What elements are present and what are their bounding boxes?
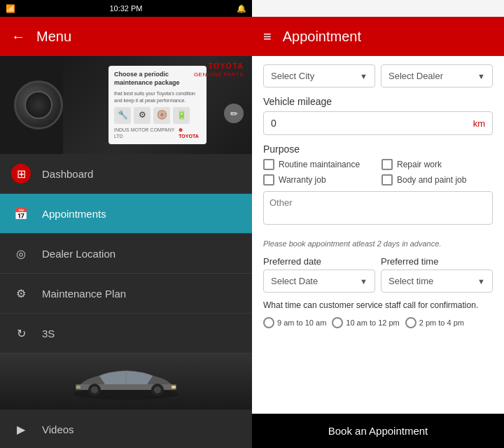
car-silhouette (63, 360, 189, 402)
dealer-dropdown[interactable]: Select Dealer ▼ (381, 64, 493, 88)
checkbox-body-paint-box[interactable] (382, 174, 393, 186)
left-panel: 📶 10:32 PM 🔔 ← Menu TOYOTA GENUINE PARTS… (0, 0, 252, 448)
checkbox-body-paint-label: Body and paint job (397, 175, 466, 185)
checkbox-body-paint[interactable]: Body and paint job (382, 174, 493, 186)
videos-label: Videos (42, 424, 74, 435)
speaker-graphic (14, 80, 63, 130)
checkbox-repair[interactable]: Repair work (382, 159, 493, 170)
brake-icon: 🛞 (153, 107, 170, 124)
sidebar-item-maintenance-plan[interactable]: ⚙ Maintenance Plan (0, 274, 252, 314)
preferred-date-col: Preferred date Select Date ▼ (263, 256, 375, 293)
time-slots-row: 9 am to 10 am 10 am to 12 pm 2 pm to 4 p… (263, 317, 493, 328)
right-header: ≡ Appointment (252, 17, 504, 56)
dealer-chevron-icon: ▼ (477, 72, 485, 80)
appointments-icon: 📅 (11, 204, 31, 223)
preferred-date-label: Preferred date (263, 256, 375, 267)
mileage-unit-label: km (473, 118, 485, 129)
radio-slot-1[interactable]: 9 am to 10 am (263, 317, 326, 328)
svg-rect-7 (76, 386, 80, 388)
3s-icon: ↻ (11, 323, 31, 343)
radio-slot-2-label: 10 am to 12 pm (346, 318, 399, 328)
form-area: Select City ▼ Select Dealer ▼ Vehicle mi… (252, 56, 504, 414)
svg-point-5 (154, 386, 161, 393)
indus-logo: INDUS MOTOR COMPANY LTD ⊕ TOYOTA (114, 127, 201, 141)
checkbox-warranty-box[interactable] (263, 174, 274, 186)
preferred-row: Preferred date Select Date ▼ Preferred t… (263, 256, 493, 293)
left-time: 10:32 PM (109, 4, 142, 13)
preferred-time-col: Preferred time Select time ▼ (381, 256, 493, 293)
mileage-field[interactable] (271, 118, 473, 129)
maintenance-plan-icon: ⚙ (11, 284, 31, 303)
maintenance-plan-label: Maintenance Plan (42, 288, 126, 300)
videos-icon: ▶ (11, 419, 31, 439)
banner-content: TOYOTA GENUINE PARTS Choose a periodic m… (63, 56, 252, 154)
toyota-brand: TOYOTA (208, 62, 244, 70)
left-status-bar: 📶 10:32 PM 🔔 (0, 0, 252, 17)
checkbox-warranty-label: Warranty job (279, 175, 326, 185)
radio-slot-1-label: 9 am to 10 am (277, 318, 326, 328)
dealer-location-icon: ◎ (11, 244, 31, 263)
city-chevron-icon: ▼ (360, 72, 368, 80)
radio-slot-3-label: 2 pm to 4 pm (419, 318, 464, 328)
date-select-label: Select Date (271, 276, 318, 286)
city-dropdown[interactable]: Select City ▼ (263, 64, 375, 88)
radio-slot-3-circle[interactable] (405, 317, 416, 328)
booking-note: Please book appointment atleast 2 days i… (263, 239, 493, 249)
confirmation-text: What time can customer service staff cal… (263, 300, 493, 312)
radio-slot-1-circle[interactable] (263, 317, 274, 328)
dashboard-icon: ⊞ (11, 164, 31, 183)
confirmation-section: What time can customer service staff cal… (263, 300, 493, 328)
sidebar-item-appointments[interactable]: 📅 Appointments (0, 194, 252, 234)
hamburger-button[interactable]: ≡ (263, 29, 272, 45)
right-panel: 📶 10:32 PM 🔋 ≡ Appointment Select City ▼… (252, 0, 504, 448)
time-dropdown[interactable]: Select time ▼ (381, 270, 493, 293)
left-notif-icon: 🔔 (237, 4, 246, 13)
book-appointment-button[interactable]: Book an Appointment (252, 414, 504, 448)
time-select-label: Select time (388, 276, 433, 286)
car-banner (0, 354, 252, 410)
nav-list: ⊞ Dashboard 📅 Appointments ◎ Dealer Loca… (0, 154, 252, 448)
svg-rect-6 (172, 386, 176, 388)
filter-icon: ⚙ (134, 107, 150, 124)
sidebar-item-dashboard[interactable]: ⊞ Dashboard (0, 154, 252, 194)
toyota-logo: TOYOTA GENUINE PARTS (194, 62, 244, 78)
purpose-label: Purpose (263, 144, 493, 155)
appointments-label: Appointments (42, 208, 106, 220)
checkbox-warranty[interactable]: Warranty job (263, 174, 374, 186)
radio-slot-3[interactable]: 2 pm to 4 pm (405, 317, 464, 328)
genuine-parts-label: GENUINE PARTS (194, 71, 244, 78)
dealer-location-label: Dealer Location (42, 248, 115, 260)
mileage-input-container: km (263, 111, 493, 135)
3s-label: 3S (42, 328, 55, 340)
city-select-label: Select City (271, 71, 314, 81)
checkbox-routine-label: Routine maintainance (279, 160, 360, 169)
left-wifi-icon: 📶 (6, 4, 15, 13)
left-header: ← Menu (0, 17, 252, 56)
date-chevron-icon: ▼ (360, 277, 368, 286)
sidebar-item-3s[interactable]: ↻ 3S (0, 314, 252, 354)
location-row: Select City ▼ Select Dealer ▼ (263, 64, 493, 88)
banner-card-text: that best suits your Toyota's condition … (114, 90, 201, 104)
banner-card: Choose a periodic maintenance package th… (108, 66, 206, 144)
battery-icon: 🔋 (173, 107, 190, 124)
checkbox-routine[interactable]: Routine maintainance (263, 159, 374, 170)
oil-icon: 🔧 (114, 107, 131, 124)
purpose-checkboxes: Routine maintainance Repair work Warrant… (263, 159, 493, 186)
checkbox-repair-box[interactable] (382, 159, 393, 170)
preferred-time-label: Preferred time (381, 256, 493, 267)
back-button[interactable]: ← (11, 29, 25, 45)
edit-button[interactable]: ✏ (224, 104, 244, 123)
appointment-title: Appointment (283, 29, 361, 45)
svg-point-3 (91, 386, 98, 393)
time-chevron-icon: ▼ (477, 277, 485, 286)
speaker-inner (24, 91, 52, 119)
dashboard-label: Dashboard (42, 168, 93, 180)
other-textarea[interactable] (263, 191, 493, 225)
radio-slot-2[interactable]: 10 am to 12 pm (332, 317, 399, 328)
radio-slot-2-circle[interactable] (332, 317, 343, 328)
date-dropdown[interactable]: Select Date ▼ (263, 270, 375, 293)
menu-title: Menu (36, 29, 71, 45)
sidebar-item-videos[interactable]: ▶ Videos (0, 410, 252, 448)
sidebar-item-dealer-location[interactable]: ◎ Dealer Location (0, 234, 252, 274)
checkbox-routine-box[interactable] (263, 159, 274, 170)
